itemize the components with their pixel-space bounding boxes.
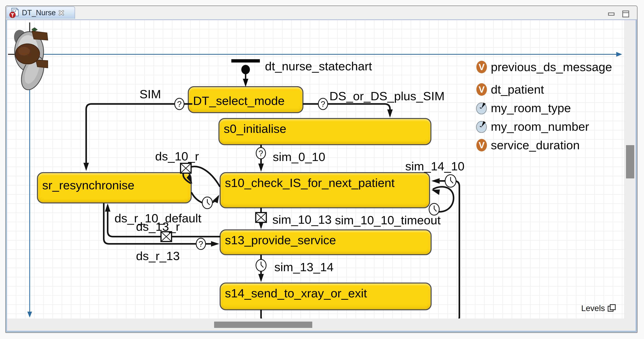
condition-icon: ? bbox=[175, 98, 184, 110]
svg-text:V: V bbox=[479, 140, 485, 150]
levels-icon bbox=[607, 304, 616, 313]
entry-label[interactable]: dt_nurse_statechart bbox=[265, 59, 372, 73]
transition-label-sim-10-13[interactable]: sim_10_13 bbox=[272, 212, 332, 226]
condition-icon: ? bbox=[256, 148, 266, 159]
variable-dt-patient[interactable]: V dt_patient bbox=[476, 82, 544, 96]
vertical-scrollbar[interactable] bbox=[624, 20, 636, 318]
tab-bar: DT_Nurse bbox=[6, 6, 637, 19]
transition-DS-or-DS-plus-SIM[interactable] bbox=[304, 104, 393, 118]
transition-sim-10-13[interactable] bbox=[258, 208, 264, 229]
parameter-my-room-type[interactable]: my_room_type bbox=[476, 101, 571, 115]
parameter-icon bbox=[476, 120, 487, 133]
transition-label-sim-0-10[interactable]: sim_0_10 bbox=[273, 150, 325, 164]
transition-sim-0-10[interactable] bbox=[258, 145, 264, 172]
svg-text:V: V bbox=[479, 62, 485, 72]
timeout-icon bbox=[445, 175, 456, 187]
nurse-figure-image[interactable] bbox=[12, 27, 48, 93]
variable-icon: V bbox=[476, 83, 487, 96]
transition-label-sim[interactable]: SIM bbox=[140, 87, 161, 101]
timeout-icon bbox=[256, 260, 266, 271]
transition-label-ds-13-r[interactable]: ds_13_r bbox=[136, 220, 180, 234]
svg-text:?: ? bbox=[198, 239, 203, 248]
svg-text:?: ? bbox=[321, 100, 325, 109]
svg-text:?: ? bbox=[177, 100, 182, 109]
horizontal-scrollbar-thumb[interactable] bbox=[214, 322, 312, 328]
state-sr-resynchronise[interactable]: sr_resynchronise bbox=[37, 172, 192, 204]
parameter-my-room-number[interactable]: my_room_number bbox=[476, 120, 589, 134]
state-s14-send-to-xray-or-exit[interactable]: s14_send_to_xray_or_exit bbox=[220, 282, 432, 310]
state-s13-provide-service[interactable]: s13_provide_service bbox=[220, 230, 432, 255]
levels-button[interactable]: Levels bbox=[581, 304, 616, 313]
state-s0-initialise[interactable]: s0_initialise bbox=[218, 118, 432, 145]
horizontal-scrollbar[interactable] bbox=[7, 318, 624, 331]
statechart-file-icon bbox=[10, 8, 20, 18]
condition-icon: ? bbox=[318, 98, 328, 110]
transition-ds-r-10-default[interactable] bbox=[192, 193, 219, 204]
vertical-scrollbar-thumb[interactable] bbox=[626, 145, 634, 178]
condition-icon: ? bbox=[196, 238, 206, 250]
variable-service-duration[interactable]: V service_duration bbox=[476, 138, 580, 152]
tab-dt-nurse[interactable]: DT_Nurse bbox=[6, 6, 75, 19]
message-icon bbox=[180, 163, 191, 173]
state-dt-select-mode[interactable]: DT_select_mode bbox=[188, 86, 304, 113]
variable-icon: V bbox=[476, 60, 487, 74]
state-s10-check-is-for-next-patient[interactable]: s10_check_IS_for_next_patient bbox=[220, 172, 430, 208]
window-controls bbox=[608, 10, 630, 18]
parameter-icon bbox=[476, 102, 487, 114]
minimize-icon[interactable] bbox=[608, 12, 615, 16]
transition-sim-10-10-timeout[interactable] bbox=[430, 187, 454, 212]
svg-text:?: ? bbox=[258, 149, 263, 158]
editor-pane: DT_select_mode s0_initialise s10_check_I… bbox=[6, 19, 637, 332]
svg-text:V: V bbox=[479, 84, 485, 94]
transition-label-sim-10-10-timeout[interactable]: sim_10_10_timeout bbox=[335, 213, 440, 227]
transition-label-ds-or-ds-plus-sim[interactable]: DS_or_DS_plus_SIM bbox=[330, 89, 444, 103]
tab-title: DT_Nurse bbox=[22, 8, 56, 17]
transition-label-ds-r-13[interactable]: ds_r_13 bbox=[136, 249, 180, 263]
statechart-entry-pointer[interactable] bbox=[231, 59, 260, 87]
tab-close-icon[interactable] bbox=[58, 10, 65, 16]
transition-label-sim-13-14[interactable]: sim_13_14 bbox=[274, 260, 334, 274]
transition-label-sim-14-10[interactable]: sim_14_10 bbox=[405, 159, 464, 173]
editor-window: DT_Nurse DT_select_mode s0_initialise s1… bbox=[5, 6, 638, 333]
transition-sim-13-14[interactable] bbox=[258, 255, 264, 282]
maximize-icon[interactable] bbox=[622, 10, 630, 18]
statechart-canvas[interactable]: DT_select_mode s0_initialise s10_check_I… bbox=[7, 20, 624, 318]
variable-icon: V bbox=[476, 138, 487, 152]
timeout-icon bbox=[202, 197, 212, 209]
message-icon bbox=[256, 212, 266, 222]
transition-label-ds-10-r[interactable]: ds_10_r bbox=[155, 149, 199, 163]
variable-previous-ds-message[interactable]: V previous_ds_message bbox=[476, 60, 612, 74]
